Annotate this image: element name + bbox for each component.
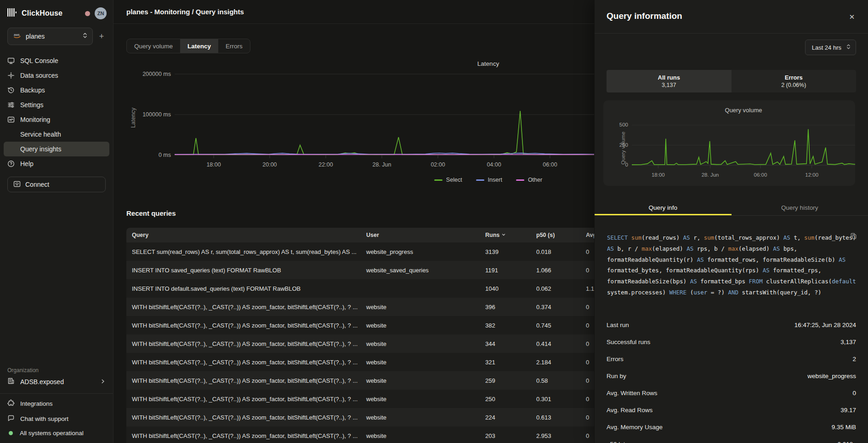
- stat-value: 16:47:25, Jun 28 2024: [794, 322, 856, 328]
- cell-query: WITH bitShiftLeft(CAST(?..), _CAST(?..))…: [126, 396, 361, 403]
- stat-label: p50 latency: [607, 441, 638, 443]
- segment-errors[interactable]: Errors 2 (0.06%): [732, 70, 857, 92]
- cell-p50: 0.374: [531, 304, 580, 311]
- monitoring-icon: [7, 116, 15, 123]
- aws-icon: aws: [13, 32, 22, 40]
- console-icon: [7, 57, 15, 64]
- sidebar-item-backups[interactable]: Backups: [4, 83, 109, 98]
- connect-button[interactable]: Connect: [7, 177, 106, 192]
- data-sources-icon: [7, 72, 15, 79]
- chat-support-item[interactable]: Chat with support: [7, 414, 106, 423]
- column-user[interactable]: User: [361, 232, 480, 238]
- avatar[interactable]: ZN: [95, 7, 107, 19]
- stat-value: 9.35 MiB: [832, 424, 856, 431]
- sidebar-item-query-insights[interactable]: Query insights: [4, 142, 109, 156]
- sidebar: ClickHouse ZN aws planes + SQL Console: [0, 0, 113, 443]
- cell-p50: 1.066: [531, 267, 580, 274]
- stat-label: Avg. Written Rows: [607, 390, 658, 397]
- service-selector[interactable]: aws planes: [7, 28, 93, 45]
- sidebar-item-settings[interactable]: Settings: [4, 98, 109, 112]
- cell-runs: 259: [480, 377, 531, 384]
- cell-query: WITH bitShiftLeft(CAST(?..), _CAST(?..))…: [126, 377, 361, 384]
- close-icon[interactable]: ✕: [847, 12, 857, 22]
- cell-query: WITH bitShiftLeft(CAST(?..), _CAST(?..))…: [126, 432, 361, 439]
- sql-code: SELECT sum(read_rows) AS r, sum(total_ro…: [607, 232, 856, 298]
- cell-query: SELECT sum(read_rows) AS r, sum(total_ro…: [126, 248, 361, 255]
- segment-label: All runs: [658, 74, 680, 81]
- notification-dot-icon[interactable]: [85, 11, 90, 16]
- brand-name: ClickHouse: [22, 9, 62, 17]
- column-p50[interactable]: p50 (s): [531, 232, 580, 238]
- tab-errors[interactable]: Errors: [218, 39, 250, 53]
- cell-runs: 1040: [480, 285, 531, 292]
- stat-value: website_progress: [807, 373, 856, 380]
- cell-runs: 250: [480, 396, 531, 403]
- segment-value: 3,137: [662, 82, 676, 88]
- query-information-panel: Query information ✕ Last 24 hrs All runs…: [594, 0, 868, 443]
- cell-query: INSERT INTO default.saved_queries (text)…: [126, 285, 361, 292]
- clickhouse-app: ClickHouse ZN aws planes + SQL Console: [0, 0, 868, 443]
- cell-p50: 0.58: [531, 377, 580, 384]
- chart-tabgroup: Query volume Latency Errors: [126, 39, 250, 53]
- stat-label: Errors: [607, 356, 624, 362]
- tab-query-volume[interactable]: Query volume: [127, 39, 180, 53]
- panel-tabs: Query info Query history: [595, 201, 868, 215]
- cell-runs: 382: [480, 322, 531, 329]
- segment-all-runs[interactable]: All runs 3,137: [607, 70, 732, 92]
- chevron-right-icon: [100, 378, 106, 385]
- cell-p50: 0.301: [531, 396, 580, 403]
- sidebar-item-service-health[interactable]: Service health: [4, 127, 109, 142]
- cell-query: INSERT INTO saved_queries (text) FORMAT …: [126, 267, 361, 274]
- page-title: planes - Monitoring / Query insights: [126, 8, 244, 16]
- legend-item[interactable]: Insert: [476, 177, 502, 183]
- sidebar-item-label: Query insights: [20, 145, 61, 153]
- sidebar-item-label: Data sources: [20, 72, 58, 79]
- tab-query-history[interactable]: Query history: [732, 201, 868, 215]
- sidebar-item-monitoring[interactable]: Monitoring: [4, 112, 109, 127]
- cell-runs: 321: [480, 359, 531, 366]
- sidebar-item-data-sources[interactable]: Data sources: [4, 68, 109, 83]
- puzzle-icon: [7, 399, 15, 408]
- column-runs[interactable]: Runs: [480, 232, 531, 238]
- tab-query-info[interactable]: Query info: [595, 201, 732, 215]
- legend-item[interactable]: Other: [516, 177, 542, 183]
- panel-title: Query information: [607, 11, 682, 21]
- stat-value: 2: [852, 356, 856, 362]
- query-volume-chart-card: Query volumeQuery volume025050018:0028. …: [603, 100, 855, 186]
- cell-user: website: [361, 377, 480, 384]
- organization-item[interactable]: ADSB.exposed: [0, 377, 113, 393]
- column-runs-label: Runs: [485, 232, 499, 238]
- stat-row: p50 latency 0.018s: [607, 436, 856, 443]
- chevron-updown-icon: [846, 44, 851, 51]
- cell-p50: 2.184: [531, 359, 580, 366]
- cell-runs: 3139: [480, 248, 531, 255]
- stat-value: 0: [852, 390, 856, 397]
- cell-user: website: [361, 340, 480, 347]
- sidebar-item-label: Settings: [20, 101, 44, 109]
- legend-item[interactable]: Select: [434, 177, 462, 183]
- sidebar-item-sql-console[interactable]: SQL Console: [4, 53, 109, 68]
- cell-query: WITH bitShiftLeft(CAST(?..), _CAST(?..))…: [126, 322, 361, 329]
- recent-queries-title: Recent queries: [126, 209, 176, 217]
- cell-user: website: [361, 414, 480, 421]
- add-service-button[interactable]: +: [96, 32, 107, 41]
- stat-label: Last run: [607, 322, 629, 328]
- connect-icon: [13, 180, 21, 189]
- stat-row: Avg. Written Rows 0: [607, 385, 856, 402]
- cell-user: website: [361, 359, 480, 366]
- sidebar-item-label: Monitoring: [20, 116, 50, 123]
- sidebar-item-help[interactable]: Help: [4, 156, 109, 171]
- tab-latency[interactable]: Latency: [180, 39, 218, 53]
- service-name: planes: [26, 33, 78, 40]
- settings-icon: [7, 101, 15, 109]
- stat-value: 3,137: [840, 339, 856, 345]
- sidebar-nav: SQL Console Data sources Backups Setting…: [0, 52, 113, 171]
- copy-icon[interactable]: [850, 232, 857, 241]
- cell-user: website: [361, 304, 480, 311]
- column-query[interactable]: Query: [126, 232, 361, 238]
- query-stats: Last run 16:47:25, Jun 28 2024 Successfu…: [607, 316, 856, 443]
- integrations-item[interactable]: Integrations: [7, 399, 106, 408]
- time-range-selector[interactable]: Last 24 hrs: [805, 40, 856, 55]
- system-status-item[interactable]: All systems operational: [7, 430, 106, 437]
- organization-name: ADSB.exposed: [20, 378, 64, 385]
